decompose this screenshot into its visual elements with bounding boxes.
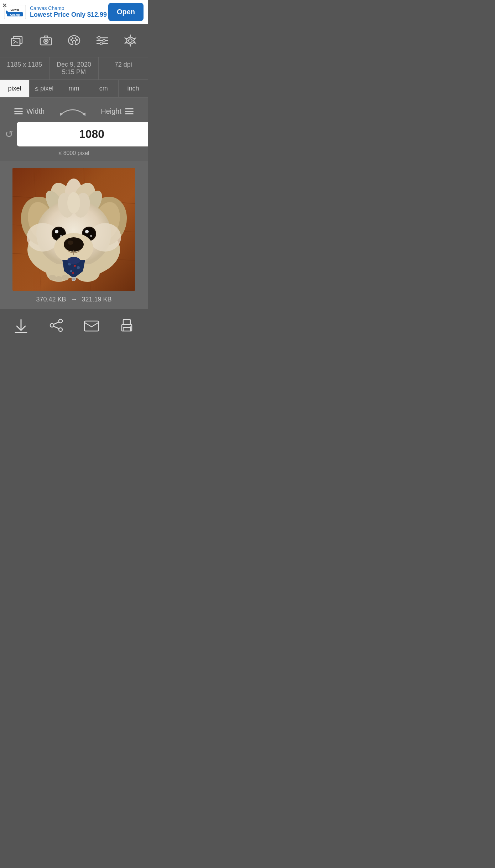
file-size-info: 370.42 KB → 321.19 KB [36, 296, 111, 303]
hamburger-line-5 [125, 111, 134, 112]
hamburger-line-3 [14, 113, 23, 114]
svg-point-60 [64, 237, 84, 252]
ad-subtitle: Lowest Price Only $12.99 [30, 11, 108, 19]
svg-point-25 [129, 39, 132, 42]
height-label-group: Height [101, 107, 134, 115]
svg-rect-84 [123, 320, 130, 325]
dpi-info: 72 dpi [99, 57, 148, 79]
width-label: Width [26, 107, 45, 115]
hamburger-line-4 [125, 108, 134, 109]
gallery-icon-button[interactable] [8, 31, 28, 51]
tab-pixel[interactable]: pixel [0, 80, 30, 97]
original-size: 370.42 KB [36, 296, 66, 303]
width-label-group: Width [14, 107, 45, 115]
svg-point-10 [13, 40, 15, 41]
svg-point-15 [70, 39, 72, 41]
hamburger-line-6 [125, 113, 134, 114]
preview-image [12, 168, 135, 291]
svg-point-77 [59, 319, 62, 323]
svg-point-50 [67, 192, 80, 213]
svg-point-69 [77, 266, 80, 269]
svg-point-71 [67, 257, 80, 264]
palette-icon-button[interactable] [64, 31, 84, 51]
svg-point-58 [90, 235, 92, 237]
svg-rect-22 [98, 36, 100, 39]
ad-brand: Canvas Champ [30, 5, 108, 11]
resize-controls: Width Height ↺ [0, 98, 148, 161]
height-menu-icon[interactable] [125, 108, 134, 114]
svg-point-70 [70, 270, 72, 272]
date-info: Dec 9, 2020 5:15 PM [50, 57, 99, 79]
ad-open-button[interactable]: Open [108, 3, 144, 21]
svg-point-53 [55, 230, 58, 233]
toolbar [0, 24, 148, 57]
svg-rect-14 [49, 39, 50, 40]
ad-close-button[interactable]: ✕ [2, 2, 7, 9]
svg-point-79 [50, 324, 54, 327]
svg-point-78 [59, 328, 62, 331]
sliders-icon-button[interactable] [92, 31, 112, 51]
hamburger-line-1 [14, 108, 23, 109]
svg-point-17 [74, 37, 76, 39]
svg-line-81 [54, 326, 59, 329]
share-button[interactable] [46, 317, 67, 335]
svg-point-72 [74, 265, 76, 267]
resize-inputs-row: ↺ ↻ [4, 122, 144, 146]
settings-icon-button[interactable] [120, 31, 140, 51]
tab-le-pixel[interactable]: ≤ pixel [30, 80, 59, 97]
width-input[interactable] [17, 122, 148, 146]
tab-mm[interactable]: mm [59, 80, 89, 97]
dimensions-info: 1185 x 1185 [0, 57, 50, 79]
svg-point-16 [72, 37, 73, 39]
size-arrow: → [71, 296, 77, 303]
info-bar: 1185 x 1185 Dec 9, 2020 5:15 PM 72 dpi [0, 57, 148, 79]
action-bar [0, 309, 148, 343]
ad-text: Canvas Champ Lowest Price Only $12.99 [30, 5, 108, 19]
tab-cm[interactable]: cm [89, 80, 119, 97]
svg-point-18 [76, 39, 78, 41]
download-button[interactable] [10, 317, 32, 335]
svg-point-86 [130, 326, 131, 328]
resize-labels-row: Width Height [4, 104, 144, 118]
height-label: Height [101, 107, 121, 115]
hamburger-line-2 [14, 111, 23, 112]
svg-rect-82 [84, 321, 99, 331]
camera-icon-button[interactable] [36, 31, 56, 51]
svg-line-80 [54, 322, 59, 324]
tab-inch[interactable]: inch [119, 80, 148, 97]
mail-button[interactable] [81, 317, 102, 335]
width-menu-icon[interactable] [14, 108, 23, 114]
svg-point-13 [45, 40, 47, 42]
unit-tabs: pixel ≤ pixel mm cm inch [0, 79, 148, 98]
ad-logo: Canvas Champ [4, 5, 26, 19]
svg-point-57 [85, 230, 89, 233]
svg-point-67 [62, 275, 69, 280]
svg-rect-6 [11, 38, 20, 46]
svg-rect-85 [123, 327, 130, 331]
width-reset-button[interactable]: ↺ [5, 128, 13, 140]
print-button[interactable] [116, 317, 137, 335]
svg-point-65 [49, 275, 56, 280]
svg-point-61 [68, 241, 73, 245]
svg-text:Champ: Champ [10, 13, 20, 16]
ad-banner: ✕ Canvas Champ Canvas Champ Lowest Price… [0, 0, 148, 24]
svg-point-75 [72, 278, 75, 280]
swap-arrows[interactable] [45, 104, 101, 118]
svg-rect-23 [103, 39, 105, 42]
svg-point-66 [55, 276, 62, 282]
svg-point-73 [72, 272, 74, 274]
preview-area: 370.42 KB → 321.19 KB [0, 161, 148, 309]
svg-text:Canvas: Canvas [11, 9, 20, 11]
constraint-label: ≤ 8000 pixel [4, 150, 144, 156]
svg-rect-24 [100, 42, 102, 45]
new-size: 321.19 KB [82, 296, 112, 303]
